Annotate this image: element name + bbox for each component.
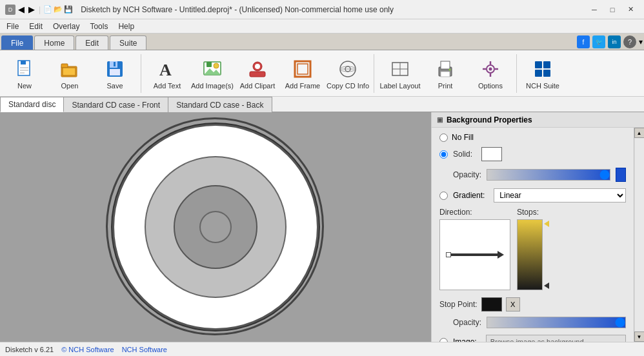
nch-suite-button[interactable]: NCH Suite: [521, 53, 565, 94]
stop-opacity-row: Opacity:: [439, 317, 626, 328]
separator-3: [516, 54, 517, 93]
tab-file[interactable]: File: [1, 35, 33, 50]
add-clipart-button[interactable]: Add Clipart: [236, 53, 279, 94]
gradient-type-select[interactable]: Linear Radial Conical Square: [494, 188, 626, 203]
view-tab-standard-disc[interactable]: Standard disc: [0, 97, 64, 112]
view-tab-back[interactable]: Standard CD case - Back: [168, 97, 272, 112]
nch-software-link[interactable]: NCH Software: [122, 346, 167, 353]
image-label: Image:: [453, 337, 477, 342]
opacity-slider[interactable]: [487, 169, 610, 181]
tab-suite[interactable]: Suite: [110, 35, 146, 50]
svg-rect-19: [250, 72, 265, 77]
save-button[interactable]: Save: [93, 53, 137, 94]
redo-btn[interactable]: ▶: [28, 5, 35, 14]
options-button[interactable]: Options: [468, 53, 512, 94]
panel-title-text: Background Properties: [447, 115, 532, 124]
add-text-button[interactable]: A Add Text: [145, 53, 189, 94]
facebook-icon[interactable]: f: [577, 35, 590, 48]
linkedin-icon[interactable]: in: [608, 35, 621, 48]
text-icon: A: [156, 57, 179, 81]
view-tab-front[interactable]: Standard CD case - Front: [63, 97, 168, 112]
tab-edit[interactable]: Edit: [75, 35, 108, 50]
svg-rect-30: [441, 72, 450, 77]
svg-rect-42: [543, 70, 550, 77]
scroll-down-button[interactable]: ▼: [634, 331, 645, 342]
stop-opacity-slider[interactable]: [487, 317, 626, 328]
stop-point-label: Stop Point:: [439, 300, 478, 309]
options-label: Options: [478, 82, 503, 90]
copy-cd-info-button[interactable]: Copy CD Info: [326, 53, 370, 94]
title-bar-left: D ◀ ▶ | 📄 📂 💾 Disketch by NCH Software -…: [5, 5, 394, 15]
solid-color-swatch[interactable]: [481, 147, 502, 161]
solid-radio[interactable]: [439, 150, 448, 159]
opacity-label: Opacity:: [439, 170, 481, 179]
print-button[interactable]: Print: [423, 53, 467, 94]
svg-point-18: [255, 64, 260, 69]
svg-point-32: [449, 68, 451, 70]
maximize-button[interactable]: □: [604, 3, 621, 16]
canvas-area[interactable]: [0, 112, 431, 342]
add-text-label: Add Text: [154, 82, 181, 90]
direction-section: Direction:: [439, 208, 510, 292]
panel-scrollbar: ▲ ▼: [634, 128, 644, 342]
svg-point-34: [489, 67, 492, 70]
browse-image-button[interactable]: Browse image as background...: [486, 335, 626, 342]
app-icon: D: [5, 5, 15, 15]
tab-home[interactable]: Home: [34, 35, 74, 50]
stop-point-row: Stop Point: X: [439, 297, 626, 312]
stops-section: Stops:: [517, 208, 543, 292]
menu-tools[interactable]: Tools: [85, 19, 113, 34]
disc-hole: [199, 211, 232, 243]
version-text: Disketch v 6.21: [5, 346, 54, 353]
title-bar-icons: D ◀ ▶ | 📄 📂 💾: [5, 5, 73, 15]
copy-cd-info-label: Copy CD Info: [327, 82, 369, 90]
twitter-icon[interactable]: 🐦: [592, 35, 605, 48]
frame-icon: [291, 57, 314, 81]
menu-expand-icon[interactable]: ▾: [639, 37, 643, 46]
svg-text:A: A: [159, 61, 172, 79]
menu-file[interactable]: File: [1, 19, 24, 34]
svg-rect-41: [535, 70, 542, 77]
status-bar: Disketch v 6.21 © NCH Software NCH Softw…: [0, 342, 644, 356]
no-fill-radio[interactable]: [439, 134, 448, 142]
close-button[interactable]: ✕: [622, 3, 639, 16]
image-radio[interactable]: [439, 338, 448, 342]
disc-inner2: [174, 185, 257, 269]
menu-overlay[interactable]: Overlay: [48, 19, 85, 34]
new-button[interactable]: New: [3, 53, 46, 94]
nch-suite-label: NCH Suite: [526, 82, 559, 90]
open-icon: [58, 57, 81, 81]
stop-x-button[interactable]: X: [506, 297, 520, 312]
print-label: Print: [438, 82, 453, 90]
panel-title: ▣ Background Properties: [432, 112, 644, 128]
window-controls: ─ □ ✕: [586, 3, 639, 16]
stop-opacity-label: Opacity:: [439, 318, 481, 327]
solid-row: Solid:: [439, 147, 626, 161]
stop-top-indicator: [544, 221, 549, 227]
menu-edit[interactable]: Edit: [24, 19, 48, 34]
undo-btn[interactable]: ◀: [18, 5, 25, 14]
help-button[interactable]: ?: [623, 35, 636, 48]
add-frame-button[interactable]: Add Frame: [281, 53, 325, 94]
new-icon: [13, 57, 36, 81]
svg-rect-31: [441, 61, 450, 69]
window-title: Disketch by NCH Software - Untitled.depr…: [81, 5, 394, 14]
add-images-button[interactable]: Add Image(s): [190, 53, 234, 94]
disc: [112, 124, 319, 330]
title-bar: D ◀ ▶ | 📄 📂 💾 Disketch by NCH Software -…: [0, 0, 644, 19]
scroll-up-button[interactable]: ▲: [634, 128, 645, 138]
gradient-radio[interactable]: [439, 192, 448, 200]
stops-box[interactable]: [517, 219, 543, 290]
open-button[interactable]: Open: [48, 53, 92, 94]
scroll-track[interactable]: [635, 138, 644, 331]
no-fill-row: No Fill: [439, 133, 626, 142]
minimize-button[interactable]: ─: [586, 3, 603, 16]
stop-color-swatch[interactable]: [481, 297, 502, 312]
svg-rect-7: [63, 68, 75, 75]
svg-rect-1: [21, 61, 26, 64]
label-layout-button[interactable]: Label Layout: [378, 53, 422, 94]
separator-1: [141, 54, 141, 93]
label-icon: [388, 57, 412, 81]
direction-box[interactable]: [439, 219, 510, 290]
menu-help[interactable]: Help: [113, 19, 139, 34]
